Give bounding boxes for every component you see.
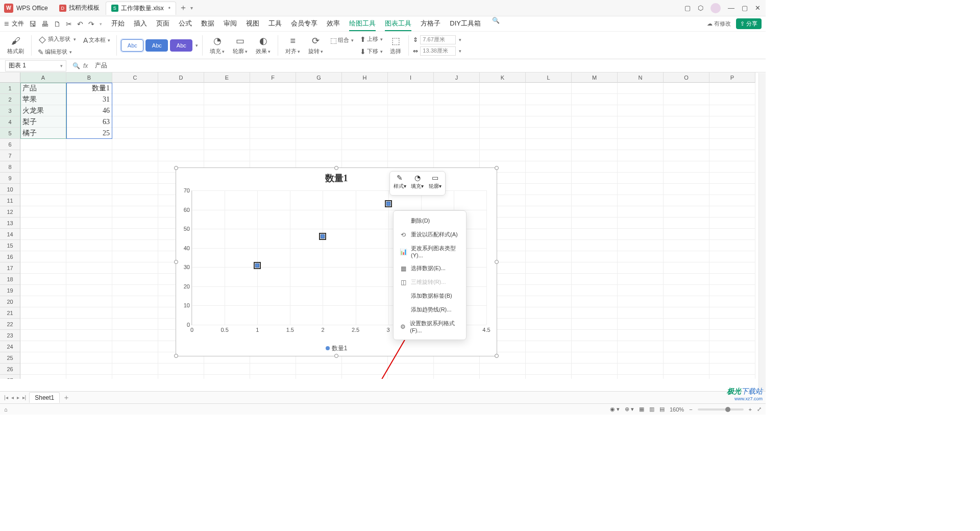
width-input[interactable]: 13.38厘米 (420, 46, 456, 56)
row-header[interactable]: 19 (0, 285, 20, 296)
cell[interactable] (342, 139, 388, 150)
style-preset-1[interactable]: Abc (121, 39, 143, 52)
cell[interactable] (20, 218, 66, 229)
cell[interactable] (20, 375, 66, 379)
cell[interactable] (618, 218, 664, 229)
cell[interactable] (526, 105, 572, 116)
menu-formula[interactable]: 公式 (179, 17, 192, 31)
row-header[interactable]: 12 (0, 206, 20, 218)
cell[interactable] (480, 105, 526, 116)
group-button[interactable]: ⬚组合▾ (328, 35, 356, 45)
cell[interactable] (618, 83, 664, 94)
styles-dropdown[interactable]: ▾ (195, 43, 198, 48)
row-header[interactable]: 5 (0, 128, 20, 139)
cell[interactable] (204, 116, 250, 128)
row-header[interactable]: 7 (0, 150, 20, 161)
cell[interactable] (66, 173, 112, 184)
menu-review[interactable]: 审阅 (224, 17, 237, 31)
cell[interactable] (709, 262, 755, 274)
cell[interactable] (572, 218, 618, 229)
cell[interactable] (66, 375, 112, 379)
format-painter-button[interactable]: 🖌格式刷 (4, 36, 27, 55)
fx-cancel-icon[interactable]: 🔍 (72, 62, 80, 69)
style-preset-2[interactable]: Abc (145, 39, 168, 52)
cell[interactable] (664, 161, 709, 173)
cell[interactable] (20, 161, 66, 173)
cell[interactable] (480, 116, 526, 128)
ctx-delete[interactable]: 删除(D) (394, 214, 466, 228)
cell[interactable] (204, 139, 250, 150)
cell[interactable] (296, 139, 342, 150)
cell[interactable] (20, 251, 66, 262)
vertical-scrollbar[interactable] (758, 73, 766, 391)
ctx-select-data[interactable]: ▦选择数据(E)... (394, 261, 466, 275)
cell[interactable] (526, 375, 572, 379)
cell[interactable] (709, 218, 755, 229)
cell[interactable] (112, 173, 158, 184)
cell[interactable] (618, 150, 664, 161)
cell[interactable] (480, 375, 526, 379)
move-down-button[interactable]: ⬇下移▾ (358, 46, 385, 57)
cell[interactable] (66, 184, 112, 195)
cell[interactable] (526, 139, 572, 150)
insert-shape-button[interactable]: ◇插入形状▾ (36, 34, 79, 45)
fill-button[interactable]: ◔填充▾ (207, 35, 228, 55)
cell[interactable]: 31 (66, 94, 112, 105)
row-header[interactable]: 13 (0, 218, 20, 229)
cell[interactable] (434, 364, 480, 375)
cell[interactable] (112, 139, 158, 150)
cell[interactable] (112, 330, 158, 341)
data-point[interactable] (255, 263, 259, 268)
row-header[interactable]: 3 (0, 105, 20, 116)
cell[interactable] (112, 116, 158, 128)
cell[interactable] (66, 150, 112, 161)
menu-data[interactable]: 数据 (201, 17, 214, 31)
menu-chart-tools[interactable]: 图表工具 (385, 17, 411, 31)
cell[interactable] (664, 274, 709, 285)
row-header[interactable]: 22 (0, 319, 20, 330)
cell[interactable] (572, 375, 618, 379)
col-header[interactable]: M (572, 73, 618, 83)
tab-add-button[interactable]: ＋ (177, 3, 189, 13)
cell[interactable] (664, 173, 709, 184)
cell[interactable] (572, 229, 618, 240)
row-header[interactable]: 15 (0, 240, 20, 251)
cell[interactable] (66, 330, 112, 341)
sheet-add-button[interactable]: ＋ (63, 393, 70, 402)
align-button[interactable]: ≡对齐▾ (282, 36, 303, 55)
cell[interactable] (709, 341, 755, 352)
cell[interactable] (526, 229, 572, 240)
row-header[interactable]: 26 (0, 364, 20, 375)
ctx-reset-style[interactable]: ⟲重设以匹配样式(A) (394, 228, 466, 242)
cell[interactable]: 数量1 (66, 83, 112, 94)
cell[interactable] (572, 105, 618, 116)
move-up-button[interactable]: ⬆上移▾ (358, 34, 385, 44)
cell[interactable] (572, 251, 618, 262)
tab-workbook[interactable]: S 工作簿数量.xlsx • (106, 2, 176, 15)
cell[interactable] (20, 262, 66, 274)
menu-start[interactable]: 开始 (111, 17, 125, 31)
cell[interactable] (526, 128, 572, 139)
cell[interactable] (158, 150, 204, 161)
menu-page[interactable]: 页面 (156, 17, 169, 31)
cell[interactable] (480, 94, 526, 105)
cell[interactable] (618, 184, 664, 195)
cell[interactable] (664, 341, 709, 352)
cell[interactable] (296, 364, 342, 375)
cell[interactable] (112, 150, 158, 161)
cell[interactable] (296, 94, 342, 105)
cell[interactable] (342, 116, 388, 128)
cell[interactable] (20, 307, 66, 319)
cell[interactable] (112, 307, 158, 319)
cell[interactable] (572, 83, 618, 94)
col-header[interactable]: K (480, 73, 526, 83)
cell[interactable] (112, 105, 158, 116)
cell[interactable] (158, 105, 204, 116)
cell[interactable] (618, 229, 664, 240)
cell[interactable] (204, 150, 250, 161)
cell[interactable] (434, 150, 480, 161)
cell[interactable] (434, 128, 480, 139)
cell[interactable] (388, 375, 434, 379)
cell[interactable] (709, 319, 755, 330)
cell[interactable] (618, 341, 664, 352)
